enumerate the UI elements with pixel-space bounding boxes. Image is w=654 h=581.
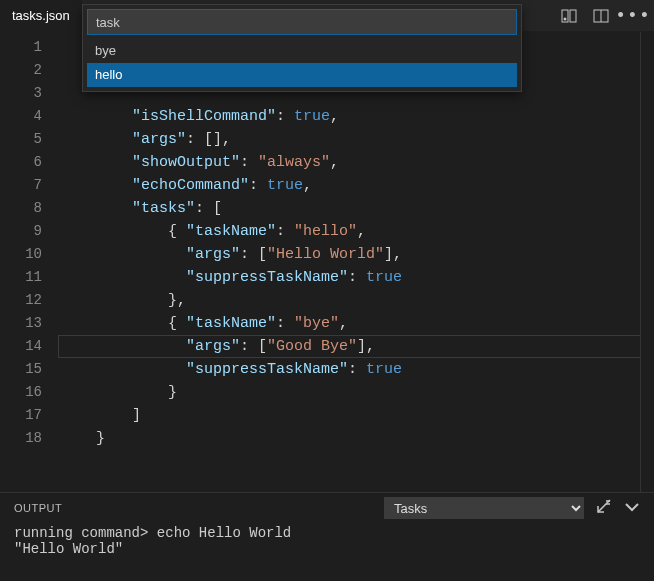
line-number: 10 [0,243,60,266]
code-line[interactable]: "suppressTaskName": true [60,266,654,289]
line-number: 5 [0,128,60,151]
line-number: 6 [0,151,60,174]
collapse-panel-icon[interactable] [624,499,640,517]
output-panel-header: OUTPUT Tasks [0,493,654,523]
output-panel: OUTPUT Tasks running command> echo Hello… [0,492,654,581]
editor-tab[interactable]: tasks.json [0,0,82,32]
clear-output-icon[interactable] [596,499,612,517]
code-line[interactable]: "args": [], [60,128,654,151]
line-number: 14 [0,335,60,358]
svg-point-2 [564,17,567,20]
code-line[interactable]: "suppressTaskName": true [60,358,654,381]
code-line[interactable]: { "taskName": "hello", [60,220,654,243]
output-panel-title: OUTPUT [14,502,62,514]
output-panel-body[interactable]: running command> echo Hello World "Hello… [0,523,654,581]
line-number: 12 [0,289,60,312]
output-channel-select[interactable]: Tasks [384,497,584,519]
code-line[interactable]: } [60,427,654,450]
line-number: 8 [0,197,60,220]
code-content[interactable]: "isShellCommand": true, "args": [], "sho… [60,32,654,492]
command-palette-item[interactable]: bye [87,39,517,63]
command-palette: byehello [82,4,522,92]
more-actions-icon[interactable]: ••• [624,7,642,25]
code-line[interactable]: "echoCommand": true, [60,174,654,197]
command-palette-list: byehello [87,39,517,87]
code-line[interactable]: "args": ["Hello World"], [60,243,654,266]
code-line[interactable]: }, [60,289,654,312]
code-line[interactable]: "tasks": [ [60,197,654,220]
line-number: 17 [0,404,60,427]
code-line[interactable]: "isShellCommand": true, [60,105,654,128]
line-number: 11 [0,266,60,289]
title-actions: ••• [560,7,654,25]
line-number: 16 [0,381,60,404]
split-compare-icon[interactable] [560,7,578,25]
minimap[interactable] [640,32,654,492]
code-line[interactable]: ] [60,404,654,427]
line-number: 1 [0,36,60,59]
line-number: 9 [0,220,60,243]
line-number: 7 [0,174,60,197]
code-line[interactable]: { "taskName": "bye", [60,312,654,335]
command-palette-input[interactable] [87,9,517,35]
split-editor-icon[interactable] [592,7,610,25]
code-editor[interactable]: 123456789101112131415161718 "isShellComm… [0,32,654,492]
svg-rect-1 [570,10,576,22]
line-number: 4 [0,105,60,128]
line-number: 3 [0,82,60,105]
tab-title: tasks.json [12,8,70,23]
output-panel-actions [596,499,640,517]
code-line[interactable]: } [60,381,654,404]
code-line[interactable]: "showOutput": "always", [60,151,654,174]
command-palette-item[interactable]: hello [87,63,517,87]
line-number: 13 [0,312,60,335]
code-line[interactable]: "args": ["Good Bye"], [60,335,654,358]
line-number-gutter: 123456789101112131415161718 [0,32,60,492]
line-number: 15 [0,358,60,381]
line-number: 18 [0,427,60,450]
line-number: 2 [0,59,60,82]
